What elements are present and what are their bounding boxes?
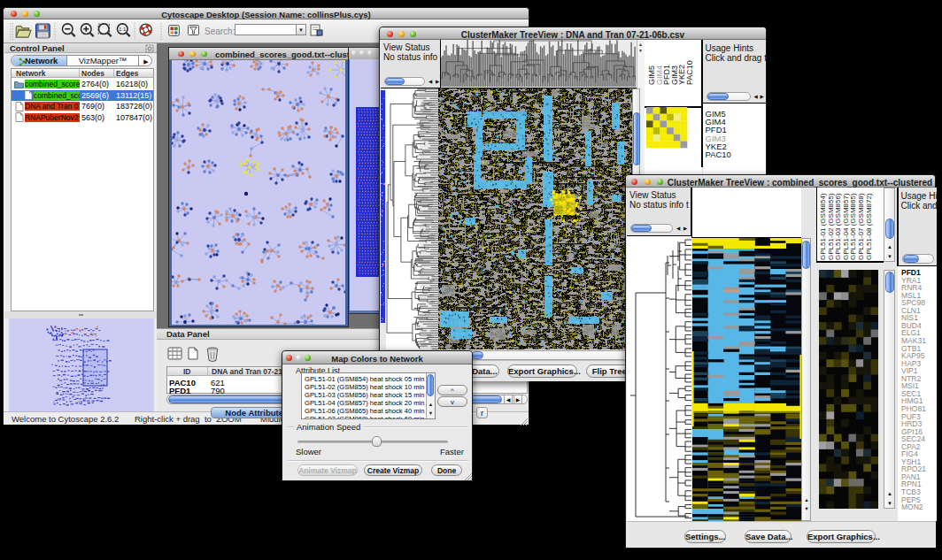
svg-text:1:1: 1:1 xyxy=(119,26,127,32)
svg-text:Search:: Search: xyxy=(205,27,235,36)
svg-text:GPL51-08 (GSM872): GPL51-08 (GSM872) xyxy=(865,193,873,260)
svg-text:PAC10: PAC10 xyxy=(685,60,694,85)
